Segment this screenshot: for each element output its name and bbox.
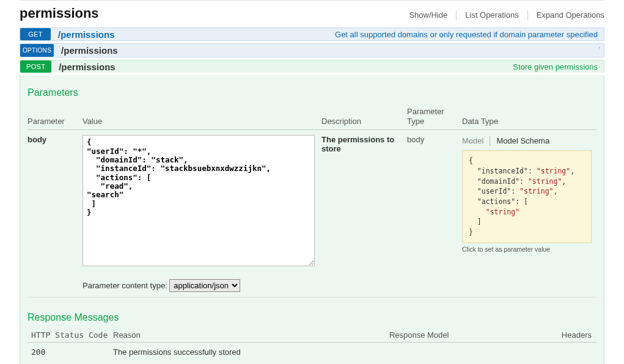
op-path: /permissions: [54, 45, 118, 56]
schema-tabs: Model Model Schema: [462, 135, 592, 147]
model-schema-box[interactable]: { "instanceId": "string", "domainId": "s…: [462, 150, 592, 242]
parameter-row-body: body Parameter content type: application…: [28, 130, 596, 297]
tab-separator: [490, 136, 490, 146]
operation-post[interactable]: POST /permissions Store given permission…: [20, 60, 604, 73]
expand-operations-link[interactable]: Expand Operations: [528, 10, 604, 20]
list-operations-link[interactable]: List Operations: [457, 10, 527, 20]
operation-post-body: Parameters Parameter Value Description P…: [20, 75, 604, 364]
op-desc: Get all supported domains or only reques…: [335, 30, 604, 39]
api-actions: Show/Hide List Operations Expand Operati…: [400, 10, 604, 20]
param-name: body: [28, 130, 83, 297]
parameters-table: Parameter Value Description Parameter Ty…: [28, 103, 596, 297]
param-type: body: [407, 130, 462, 297]
response-row-200: 200 The permissions successfully stored: [28, 343, 596, 360]
op-path: /permissions: [51, 62, 116, 72]
responses-title: Response Messages: [28, 312, 596, 323]
param-description: The permissions to store: [321, 130, 407, 297]
api-container: permissions Show/Hide List Operations Ex…: [20, 0, 604, 364]
col-reason: Reason: [113, 328, 389, 343]
op-path: /permissions: [51, 29, 115, 40]
tab-model[interactable]: Model: [462, 135, 490, 147]
content-type-row: Parameter content type: application/json: [83, 279, 317, 292]
col-response-model: Response Model: [389, 328, 524, 343]
show-hide-link[interactable]: Show/Hide: [400, 10, 457, 20]
content-type-select[interactable]: application/json: [169, 279, 240, 292]
operation-options[interactable]: OPTIONS /permissions ': [20, 43, 604, 57]
col-parameter: Parameter: [28, 103, 83, 130]
body-textarea[interactable]: [83, 135, 315, 266]
response-model-cell: [389, 343, 524, 360]
content-type-label: Parameter content type:: [83, 281, 169, 290]
schema-hint: Click to set as parameter value: [462, 246, 592, 253]
parameters-title: Parameters: [28, 87, 596, 98]
status-code: 200: [28, 343, 113, 360]
method-badge-post: POST: [20, 60, 51, 73]
param-value-cell: Parameter content type: application/json: [83, 130, 321, 297]
responses-table: HTTP Status Code Reason Response Model H…: [28, 328, 596, 359]
col-description: Description: [321, 103, 407, 130]
op-desc: Store given permissions: [513, 62, 604, 71]
col-value: Value: [83, 103, 321, 130]
method-badge-options: OPTIONS: [20, 44, 54, 57]
api-title: permissions: [20, 5, 99, 21]
reason-text: The permissions successfully stored: [113, 343, 389, 360]
api-header: permissions Show/Hide List Operations Ex…: [20, 5, 604, 21]
col-dtype: Data Type: [462, 103, 596, 130]
response-headers-cell: [524, 343, 596, 360]
param-datatype: Model Model Schema { "instanceId": "stri…: [462, 130, 596, 297]
options-badge: ': [599, 46, 600, 53]
col-status-code: HTTP Status Code: [28, 328, 113, 343]
col-ptype: Parameter Type: [407, 103, 462, 130]
col-headers: Headers: [524, 328, 596, 343]
method-badge-get: GET: [20, 28, 51, 40]
tab-model-schema[interactable]: Model Schema: [496, 135, 556, 147]
operation-get[interactable]: GET /permissions Get all supported domai…: [20, 27, 604, 41]
